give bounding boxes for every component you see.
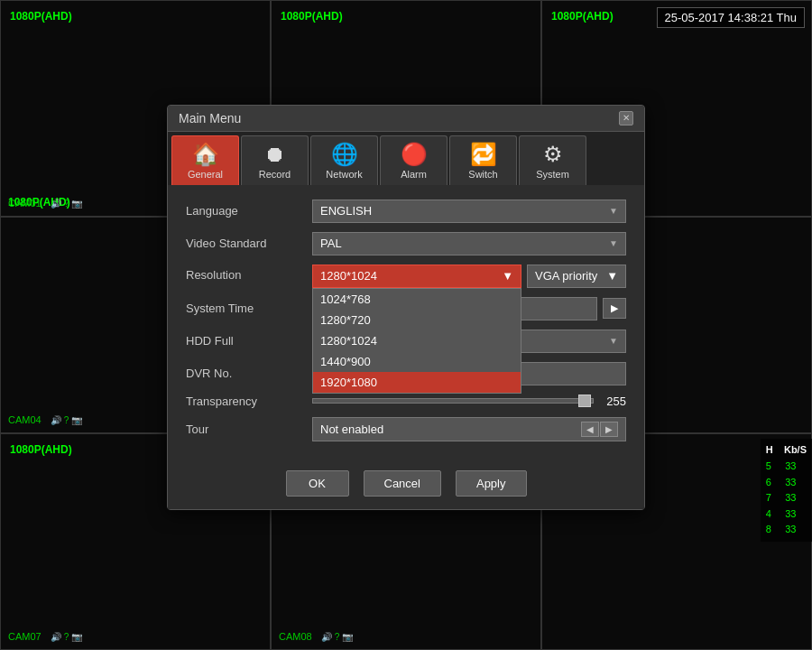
tour-prev-button[interactable]: ◀: [581, 422, 599, 437]
close-button[interactable]: ✕: [619, 111, 633, 125]
tab-switch[interactable]: 🔁 Switch: [449, 135, 517, 185]
language-select[interactable]: ENGLISH ▼: [312, 200, 626, 223]
main-menu-dialog: Main Menu ✕ 🏠 General ⏺ Record 🌐 Network…: [167, 105, 645, 510]
language-control: ENGLISH ▼: [312, 200, 626, 223]
tab-record-label: Record: [259, 169, 291, 180]
tab-alarm-label: Alarm: [401, 169, 427, 180]
tab-system-label: System: [536, 169, 569, 180]
resolution-dropdown: 1024*768 1280*720 1280*1024 1440*900 192…: [312, 288, 521, 394]
resolution-option-1920[interactable]: 1920*1080: [313, 372, 521, 393]
dialog-title: Main Menu: [179, 111, 241, 125]
transparency-slider-track[interactable]: [312, 398, 594, 404]
resolution-arrow-icon: ▼: [502, 269, 513, 283]
tab-switch-label: Switch: [468, 169, 497, 180]
resolution-secondary-arrow-icon: ▼: [606, 269, 618, 283]
dialog-overlay: Main Menu ✕ 🏠 General ⏺ Record 🌐 Network…: [0, 0, 812, 650]
video-standard-control: PAL ▼: [312, 232, 626, 255]
ok-button[interactable]: OK: [286, 470, 349, 497]
resolution-secondary-select[interactable]: VGA priority ▼: [527, 265, 626, 288]
resolution-secondary-value: VGA priority: [535, 269, 597, 283]
resolution-control: 1280*1024 ▼ 1024*768 1280*720 1280*1024 …: [312, 265, 626, 288]
switch-icon: 🔁: [470, 142, 497, 167]
transparency-row: Transparency 255: [186, 395, 626, 408]
network-icon: 🌐: [331, 142, 358, 167]
tab-system[interactable]: ⚙ System: [519, 135, 586, 185]
tour-value: Not enabled: [320, 422, 383, 436]
tour-row: Tour Not enabled ◀ ▶: [186, 417, 626, 441]
tab-alarm[interactable]: 🔴 Alarm: [380, 135, 448, 185]
resolution-option-1280-720[interactable]: 1280*720: [313, 310, 521, 330]
tour-select[interactable]: Not enabled ◀ ▶: [312, 417, 626, 441]
tour-buttons: ◀ ▶: [581, 422, 618, 437]
dialog-footer: OK Cancel Apply: [168, 461, 644, 509]
nav-tabs: 🏠 General ⏺ Record 🌐 Network 🔴 Alarm 🔁 S…: [168, 132, 644, 185]
transparency-value: 255: [599, 395, 626, 408]
video-standard-label: Video Standard: [186, 237, 312, 250]
general-icon: 🏠: [192, 142, 219, 167]
record-icon: ⏺: [264, 142, 286, 167]
hdd-full-arrow-icon: ▼: [609, 336, 618, 346]
hdd-full-label: HDD Full: [186, 334, 312, 348]
tab-network[interactable]: 🌐 Network: [310, 135, 378, 185]
system-icon: ⚙: [543, 142, 563, 167]
system-time-label: System Time: [186, 302, 312, 315]
transparency-control: 255: [312, 395, 626, 408]
transparency-label: Transparency: [186, 395, 312, 408]
video-standard-select[interactable]: PAL ▼: [312, 232, 626, 255]
tab-network-label: Network: [326, 169, 362, 180]
language-row: Language ENGLISH ▼: [186, 200, 626, 223]
tab-general-label: General: [188, 169, 223, 180]
video-standard-value: PAL: [320, 237, 342, 250]
cancel-button[interactable]: Cancel: [364, 470, 441, 497]
language-label: Language: [186, 204, 312, 218]
video-standard-arrow-icon: ▼: [609, 238, 618, 248]
apply-button[interactable]: Apply: [456, 470, 527, 497]
video-standard-row: Video Standard PAL ▼: [186, 232, 626, 255]
dialog-body: Language ENGLISH ▼ Video Standard PAL ▼: [168, 185, 644, 461]
transparency-slider-container: 255: [312, 395, 626, 408]
dialog-titlebar: Main Menu ✕: [168, 106, 644, 132]
system-time-button[interactable]: ▶: [603, 298, 626, 319]
resolution-selected-value: 1280*1024: [320, 269, 377, 283]
tour-control: Not enabled ◀ ▶: [312, 417, 626, 441]
tab-record[interactable]: ⏺ Record: [241, 135, 309, 185]
resolution-dropdown-wrap: 1280*1024 ▼ 1024*768 1280*720 1280*1024 …: [312, 265, 521, 288]
dvr-no-label: DVR No.: [186, 367, 312, 380]
language-arrow-icon: ▼: [609, 206, 618, 216]
resolution-option-1440[interactable]: 1440*900: [313, 351, 521, 372]
resolution-select[interactable]: 1280*1024 ▼: [312, 265, 521, 288]
transparency-slider-thumb[interactable]: [578, 395, 591, 407]
tab-general[interactable]: 🏠 General: [171, 135, 239, 185]
resolution-row: Resolution 1280*1024 ▼ 1024*768 1280*720…: [186, 265, 626, 288]
language-value: ENGLISH: [320, 204, 372, 218]
resolution-label: Resolution: [186, 268, 312, 282]
resolution-option-1280-1024[interactable]: 1280*1024: [313, 330, 521, 351]
resolution-option-1024[interactable]: 1024*768: [313, 289, 521, 310]
tour-next-button[interactable]: ▶: [600, 422, 618, 437]
tour-label: Tour: [186, 422, 312, 436]
alarm-icon: 🔴: [401, 142, 428, 167]
